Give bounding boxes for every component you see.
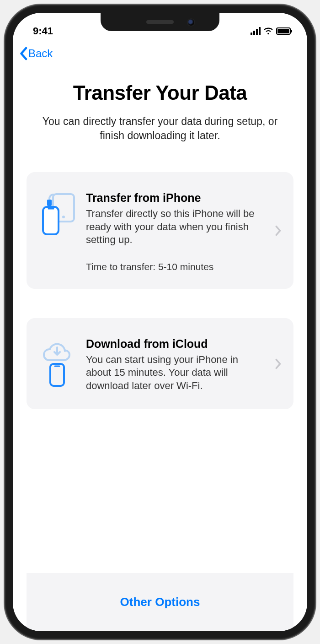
icloud-download-icon bbox=[38, 337, 76, 388]
option-icloud-description: You can start using your iPhone in about… bbox=[86, 353, 262, 393]
nav-bar: Back bbox=[13, 40, 307, 65]
option-download-from-icloud[interactable]: Download from iCloud You can start using… bbox=[27, 318, 293, 409]
transfer-iphone-icon bbox=[38, 191, 76, 237]
phone-screen: 9:41 Back Transfer Your Data bbox=[13, 13, 307, 631]
svg-rect-6 bbox=[50, 364, 64, 386]
chevron-right-icon bbox=[272, 358, 282, 371]
notch bbox=[101, 13, 219, 31]
chevron-right-icon bbox=[272, 225, 282, 238]
option-transfer-from-iphone[interactable]: Transfer from iPhone Transfer directly s… bbox=[27, 172, 293, 289]
svg-rect-5 bbox=[47, 200, 52, 206]
option-transfer-title: Transfer from iPhone bbox=[86, 191, 262, 205]
footer: Other Options bbox=[27, 573, 293, 631]
phone-frame: 9:41 Back Transfer Your Data bbox=[5, 5, 315, 639]
svg-rect-2 bbox=[43, 207, 59, 234]
status-time: 9:41 bbox=[33, 25, 53, 37]
chevron-left-icon bbox=[19, 47, 27, 60]
option-icloud-title: Download from iCloud bbox=[86, 337, 262, 351]
cellular-signal-icon bbox=[251, 27, 261, 35]
back-button[interactable]: Back bbox=[19, 47, 53, 60]
battery-icon bbox=[276, 27, 291, 35]
status-indicators bbox=[251, 26, 291, 36]
option-transfer-description: Transfer directly so this iPhone will be… bbox=[86, 207, 262, 247]
back-label: Back bbox=[28, 47, 53, 60]
option-transfer-meta: Time to transfer: 5-10 minutes bbox=[86, 261, 262, 272]
page-subtitle: You can directly transfer your data duri… bbox=[27, 114, 293, 143]
wifi-icon bbox=[263, 26, 273, 36]
content: Transfer Your Data You can directly tran… bbox=[13, 65, 307, 631]
svg-point-1 bbox=[62, 216, 65, 218]
page-title: Transfer Your Data bbox=[27, 81, 293, 104]
other-options-button[interactable]: Other Options bbox=[120, 595, 200, 609]
